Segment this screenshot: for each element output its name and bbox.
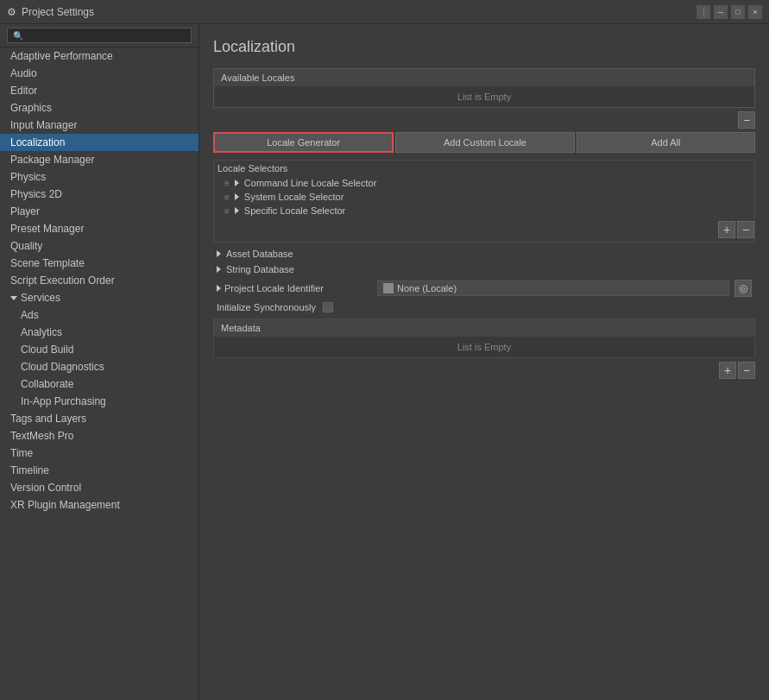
locale-selectors-plus-btn[interactable]: +: [718, 221, 735, 238]
expand-icon-2: [235, 193, 239, 200]
title-bar-title: Project Settings: [22, 6, 94, 18]
search-icon: 🔍: [13, 31, 23, 41]
sidebar-item-localization[interactable]: Localization: [0, 134, 199, 151]
string-database-row: String Database: [213, 262, 755, 277]
content-area: Localization Available Locales List is E…: [199, 24, 769, 700]
services-arrow: [10, 296, 17, 300]
sidebar-item-services-label: Services: [21, 292, 60, 304]
title-bar-controls: ⋮ ─ □ ×: [697, 5, 762, 19]
available-locales-label: Available Locales: [221, 73, 294, 83]
sidebar-item-tags-and-layers[interactable]: Tags and Layers: [0, 410, 199, 427]
sidebar-item-player[interactable]: Player: [0, 203, 199, 220]
sidebar-item-script-execution-order[interactable]: Script Execution Order: [0, 272, 199, 289]
sidebar-item-ads[interactable]: Ads: [0, 306, 199, 324]
search-input[interactable]: [27, 30, 186, 41]
sidebar-item-audio[interactable]: Audio: [0, 65, 199, 82]
search-bar: 🔍: [0, 24, 199, 47]
available-locales-controls: −: [213, 111, 755, 129]
project-locale-identifier-label-wrap: Project Locale Identifier: [217, 283, 372, 293]
command-line-locale-selector: ≡ Command Line Locale Selector: [214, 176, 754, 190]
sidebar-item-physics[interactable]: Physics: [0, 168, 199, 186]
sidebar-item-physics-2d[interactable]: Physics 2D: [0, 186, 199, 203]
sidebar-item-xr-plugin-management[interactable]: XR Plugin Management: [0, 496, 199, 514]
title-bar: ⚙ Project Settings ⋮ ─ □ ×: [0, 0, 769, 24]
string-database-label: String Database: [226, 264, 294, 274]
sidebar-item-services[interactable]: Services: [0, 289, 199, 306]
project-locale-identifier-value[interactable]: None (Locale): [377, 281, 729, 296]
locale-icon: [383, 283, 394, 293]
sidebar-item-version-control[interactable]: Version Control: [0, 479, 199, 496]
main-container: 🔍 Adaptive Performance Audio Editor Grap…: [0, 24, 769, 700]
metadata-empty: List is Empty: [214, 337, 754, 357]
project-locale-identifier-label: Project Locale Identifier: [224, 283, 324, 293]
sidebar-item-preset-manager[interactable]: Preset Manager: [0, 220, 199, 237]
expand-icon-3: [235, 207, 239, 214]
metadata-label: Metadata: [221, 323, 261, 333]
metadata-minus-btn[interactable]: −: [738, 362, 755, 379]
sidebar-item-collaborate[interactable]: Collaborate: [0, 375, 199, 393]
add-all-btn[interactable]: Add All: [577, 132, 755, 153]
available-locales-minus-btn[interactable]: −: [738, 111, 755, 129]
project-locale-identifier-row: Project Locale Identifier None (Locale) …: [213, 277, 755, 300]
string-database-expand-icon: [217, 266, 221, 273]
title-bar-close-btn[interactable]: ×: [748, 5, 762, 19]
system-locale-selector: ≡ System Locale Selector: [214, 190, 754, 204]
metadata-header: Metadata: [214, 319, 754, 337]
sidebar-item-in-app-purchasing[interactable]: In-App Purchasing: [0, 393, 199, 410]
locale-selectors-controls: + −: [214, 221, 754, 238]
specific-locale-selector-label: Specific Locale Selector: [244, 205, 345, 216]
locale-generator-btn[interactable]: Locale Generator: [213, 132, 394, 153]
project-locale-identifier-target-btn[interactable]: ◎: [734, 280, 752, 297]
initialize-synchronously-checkbox[interactable]: [323, 302, 333, 312]
sidebar-item-time[interactable]: Time: [0, 445, 199, 462]
specific-locale-selector: ≡ Specific Locale Selector: [214, 204, 754, 218]
add-custom-locale-btn[interactable]: Add Custom Locale: [395, 132, 574, 153]
sidebar-item-adaptive-performance[interactable]: Adaptive Performance: [0, 47, 199, 65]
title-bar-maximize-btn[interactable]: □: [731, 5, 745, 19]
expand-icon-1: [235, 180, 239, 186]
sidebar-item-graphics[interactable]: Graphics: [0, 99, 199, 117]
metadata-plus-btn[interactable]: +: [719, 362, 736, 379]
sidebar-item-quality[interactable]: Quality: [0, 237, 199, 255]
action-buttons: Locale Generator Add Custom Locale Add A…: [213, 132, 755, 153]
initialize-synchronously-label: Initialize Synchronously: [217, 302, 316, 312]
search-wrapper: 🔍: [7, 28, 192, 43]
project-locale-identifier-expand-icon: [217, 285, 221, 292]
locale-selectors-header: Locale Selectors: [214, 161, 754, 176]
sidebar-item-scene-template[interactable]: Scene Template: [0, 255, 199, 272]
sidebar-item-cloud-build[interactable]: Cloud Build: [0, 341, 199, 358]
title-bar-minimize-btn[interactable]: ─: [714, 5, 728, 19]
metadata-controls: + −: [213, 362, 755, 379]
sidebar-item-cloud-diagnostics[interactable]: Cloud Diagnostics: [0, 358, 199, 375]
metadata-section: Metadata List is Empty: [213, 318, 755, 358]
available-locales-header: Available Locales: [214, 69, 754, 86]
initialize-synchronously-row: Initialize Synchronously: [213, 300, 755, 315]
sidebar-item-timeline[interactable]: Timeline: [0, 462, 199, 479]
sidebar-item-package-manager[interactable]: Package Manager: [0, 151, 199, 168]
available-locales-empty: List is Empty: [214, 86, 754, 107]
sidebar-item-textmesh-pro[interactable]: TextMesh Pro: [0, 427, 199, 445]
sidebar-item-editor[interactable]: Editor: [0, 82, 199, 99]
asset-database-expand-icon: [217, 250, 221, 257]
sidebar-item-input-manager[interactable]: Input Manager: [0, 117, 199, 134]
asset-database-label: Asset Database: [226, 249, 293, 259]
sidebar-item-analytics[interactable]: Analytics: [0, 324, 199, 341]
handle-icon-1: ≡: [224, 179, 230, 188]
sidebar: 🔍 Adaptive Performance Audio Editor Grap…: [0, 24, 199, 700]
project-locale-identifier-text: None (Locale): [397, 283, 457, 293]
locale-selectors-minus-btn[interactable]: −: [737, 221, 754, 238]
title-bar-icon: ⚙: [7, 6, 16, 18]
locale-selectors-panel: Locale Selectors ≡ Command Line Locale S…: [213, 160, 755, 243]
locale-selectors-label: Locale Selectors: [217, 163, 287, 173]
page-title: Localization: [213, 38, 755, 56]
system-locale-selector-label: System Locale Selector: [244, 192, 344, 202]
title-bar-menu-btn[interactable]: ⋮: [697, 5, 710, 19]
available-locales-panel: Available Locales List is Empty: [213, 68, 755, 108]
handle-icon-2: ≡: [224, 192, 230, 202]
command-line-locale-selector-label: Command Line Locale Selector: [244, 178, 376, 188]
asset-database-row: Asset Database: [213, 246, 755, 262]
handle-icon-3: ≡: [224, 206, 230, 216]
